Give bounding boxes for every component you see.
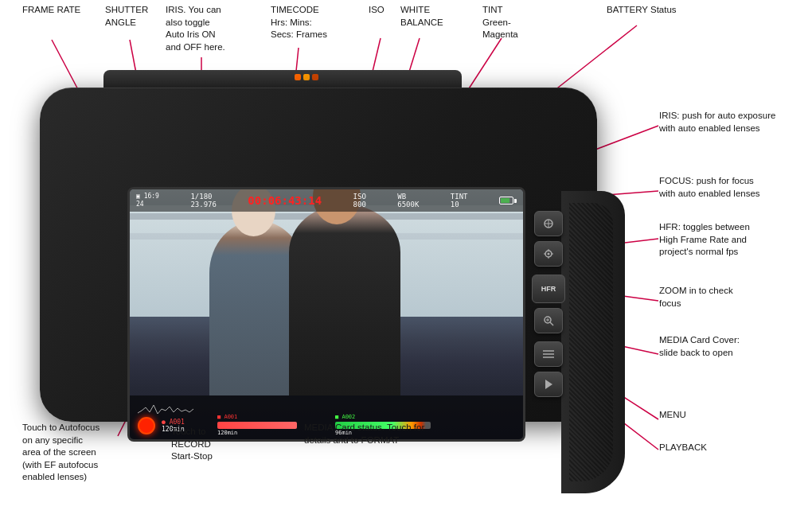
hair-right (305, 187, 369, 189)
hud-battery (499, 197, 517, 205)
ann-frame-rate: FRAME RATE (22, 4, 80, 17)
iris-button[interactable] (534, 211, 563, 236)
hud-wb: WB 6500K (397, 193, 419, 208)
playback-button[interactable] (534, 372, 563, 397)
person-right (289, 205, 400, 395)
grip-texture (569, 203, 613, 481)
hfr-button[interactable]: HFR (532, 275, 565, 303)
ann-hfr: HFR: toggles betweenHigh Frame Rate andp… (659, 221, 750, 259)
hud-aspect: ▣ 16:9 (136, 193, 159, 201)
svg-point-22 (548, 253, 550, 255)
ann-menu: MENU (659, 409, 686, 422)
ann-iris-right: IRIS: push for auto exposurewith auto en… (659, 110, 775, 134)
ann-playback: PLAYBACK (659, 442, 707, 454)
ann-record: Touch toRECORDStart-Stop (171, 426, 213, 463)
ann-media-cover: MEDIA Card Cover:slide back to open (659, 334, 740, 359)
ann-timecode: TIMECODEHrs: Mins:Secs: Frames (271, 4, 327, 41)
hud-iso: ISO 800 (353, 193, 366, 208)
hfr-label: HFR (541, 285, 556, 293)
camera-body: ▣ 16:9 24 1/180 23.976 00:06:43:14 ISO 8… (40, 88, 597, 422)
hud-fps: 24 (136, 201, 159, 208)
ann-white-balance: WHITEBALANCE (400, 4, 443, 29)
ann-focus: FOCUS: push for focuswith auto enabled l… (659, 175, 760, 200)
ann-zoom: ZOOM in to checkfocus (659, 285, 733, 310)
card-slot-1[interactable]: ■ A001 120min (217, 414, 297, 436)
camera-button-group: HFR (532, 211, 565, 397)
camera-screen[interactable]: ▣ 16:9 24 1/180 23.976 00:06:43:14 ISO 8… (127, 187, 525, 442)
waveform (138, 401, 193, 417)
ann-autofocus: Touch to Autofocuson any specificarea of… (22, 422, 100, 484)
ann-shutter-angle: SHUTTERANGLE (105, 4, 148, 29)
svg-line-28 (550, 322, 553, 325)
hud-shutter: 1/180 23.976 (190, 193, 217, 208)
ann-iso: ISO (369, 4, 385, 17)
hud-top-bar: ▣ 16:9 24 1/180 23.976 00:06:43:14 ISO 8… (130, 189, 523, 212)
hud-timecode: 00:06:43:14 (248, 194, 322, 207)
menu-button[interactable] (534, 341, 563, 367)
hud-frame-info: ▣ 16:9 24 (136, 193, 159, 208)
video-frame: ▣ 16:9 24 1/180 23.976 00:06:43:14 ISO 8… (130, 189, 523, 439)
hud-tint: TINT 10 (451, 193, 468, 208)
svg-marker-34 (545, 380, 552, 389)
ann-media-status: MEDIA Card status. Touch fordetails and … (304, 422, 424, 446)
zoom-button[interactable] (534, 308, 563, 333)
indicator-dots (295, 74, 318, 80)
ann-battery: BATTERY Status (607, 4, 677, 17)
focus-button[interactable] (534, 241, 563, 267)
ann-tint: TINTGreen-Magenta (482, 4, 518, 41)
ann-iris-top: IRIS. You canalso toggleAuto Iris ONand … (166, 4, 225, 53)
record-button[interactable] (138, 417, 155, 434)
